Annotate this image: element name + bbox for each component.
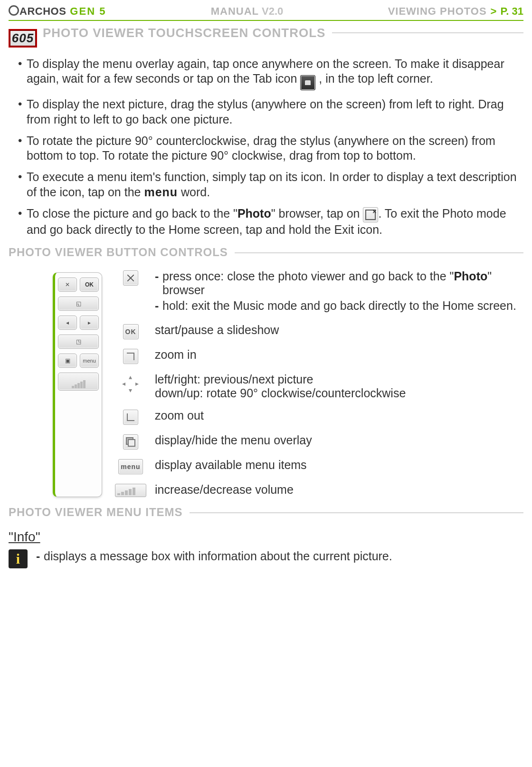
volume-button-icon: [115, 484, 146, 497]
device-zoom-out-button-icon: ◳: [58, 335, 99, 349]
info-icon: [9, 549, 28, 568]
ok-button-icon: OK: [123, 324, 139, 339]
section-title: PHOTO VIEWER TOUCHSCREEN CONTROLS: [43, 26, 332, 40]
control-text: down/up: rotate 90° clockwise/counterclo…: [155, 386, 523, 400]
menu-word-icon: menu: [144, 185, 178, 199]
zoom-out-button-icon: [123, 410, 138, 425]
control-row-arrows: ▴ ◂▸ ▾ left/right: previous/next picture…: [115, 373, 523, 400]
header-rule: [9, 20, 523, 21]
section-title: PHOTO VIEWER BUTTON CONTROLS: [9, 246, 235, 259]
bullet-item: To close the picture and go back to the …: [18, 206, 519, 237]
brand-text: ARCHOS: [19, 5, 66, 17]
control-row-volume: increase/decrease volume: [115, 483, 523, 497]
device-ok-button-icon: OK: [80, 278, 99, 292]
menu-item-info-label: "Info": [9, 529, 523, 545]
menu-item-info-text: displays a message box with information …: [36, 549, 523, 563]
control-row-zoom-in: zoom in: [115, 348, 523, 364]
bullet-item: To execute a menu item's function, simpl…: [18, 170, 519, 200]
bullet-text: " browser, tap on: [271, 207, 363, 220]
bullet-text: To execute a menu item's function, simpl…: [27, 170, 517, 198]
control-row-overlay: display/hide the menu overlay: [115, 433, 523, 450]
device-side-buttons-illustration: ✕OK ◱ ◂▸ ◳ ▣menu: [53, 272, 102, 497]
control-text: start/pause a slideshow: [155, 323, 523, 337]
bullet-text: To display the next picture, drag the st…: [27, 97, 504, 125]
control-text: display available menu items: [155, 458, 523, 472]
bullet-text: word.: [181, 185, 210, 199]
device-overlay-button-icon: ▣: [58, 354, 77, 368]
dpad-arrows-icon: ▴ ◂▸ ▾: [120, 374, 141, 394]
bullet-item: To rotate the picture 90° counterclockwi…: [18, 134, 519, 163]
exit-icon: [363, 207, 378, 222]
control-row-close: press once: close the photo viewer and g…: [115, 269, 523, 315]
device-menu-button-icon: menu: [80, 354, 99, 368]
device-close-button-icon: ✕: [58, 278, 77, 292]
control-text: press once: close the photo viewer and g…: [155, 269, 523, 297]
button-controls-block: ✕OK ◱ ◂▸ ◳ ▣menu press once: close the p…: [9, 267, 523, 497]
control-row-ok: OK start/pause a slideshow: [115, 323, 523, 339]
zoom-in-button-icon: [123, 349, 138, 364]
control-text: display/hide the menu overlay: [155, 433, 523, 447]
device-right-button-icon: ▸: [80, 316, 99, 330]
close-button-icon: [123, 270, 138, 286]
bullet-text: , in the top left corner.: [319, 72, 433, 85]
manual-version: V2.0: [262, 5, 283, 18]
tab-icon: [300, 75, 315, 90]
control-row-menu: menu display available menu items: [115, 458, 523, 474]
control-text: zoom in: [155, 348, 523, 362]
control-text: hold: exit the Music mode and go back di…: [155, 299, 523, 313]
device-zoom-in-button-icon: ◱: [58, 297, 99, 311]
menu-item-info-row: displays a message box with information …: [9, 549, 523, 568]
page-number: P. 31: [500, 5, 523, 18]
section-name: VIEWING PHOTOS: [388, 5, 487, 18]
control-text: left/right: previous/next picture: [155, 373, 523, 386]
control-text: zoom out: [155, 409, 523, 422]
touchscreen-bullet-list: To display the menu overlay again, tap o…: [9, 57, 523, 237]
button-controls-list: press once: close the photo viewer and g…: [115, 269, 523, 497]
section-touchscreen-controls-head: 605 PHOTO VIEWER TOUCHSCREEN CONTROLS: [9, 29, 523, 48]
model-badge: 605: [9, 29, 37, 48]
control-text: increase/decrease volume: [155, 483, 523, 497]
section-title: PHOTO VIEWER MENU ITEMS: [9, 506, 190, 519]
device-volume-button-icon: [58, 373, 99, 391]
section-button-controls-head: PHOTO VIEWER BUTTON CONTROLS: [9, 252, 523, 267]
bullet-text: To rotate the picture 90° counterclockwi…: [27, 134, 495, 162]
menu-button-icon: menu: [118, 459, 142, 474]
bullet-item: To display the menu overlay again, tap o…: [18, 57, 519, 90]
gen-label: GEN 5: [70, 5, 106, 18]
bullet-text: To close the picture and go back to the …: [27, 207, 238, 220]
bullet-item: To display the next picture, drag the st…: [18, 97, 519, 127]
manual-label: MANUAL: [211, 5, 259, 18]
photo-bold: Photo: [238, 207, 271, 220]
header-bar: ARCHOS GEN 5 MANUAL V2.0 VIEWING PHOTOS …: [9, 0, 523, 20]
control-row-zoom-out: zoom out: [115, 409, 523, 425]
section-menu-items-head: PHOTO VIEWER MENU ITEMS: [9, 512, 523, 527]
overlay-toggle-button-icon: [123, 434, 138, 450]
brand-logo: ARCHOS: [9, 5, 66, 18]
device-left-button-icon: ◂: [58, 316, 77, 330]
breadcrumb-chevron-icon: >: [491, 5, 497, 18]
